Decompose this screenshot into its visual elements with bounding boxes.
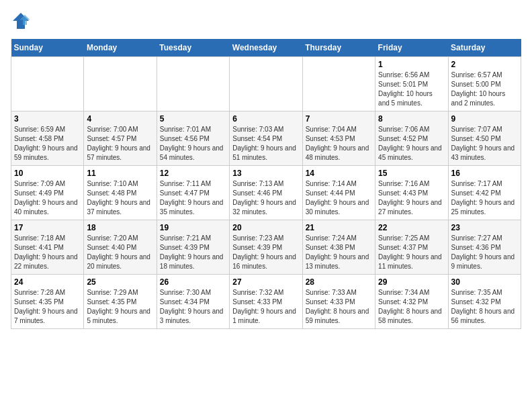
calendar-cell: 11Sunrise: 7:10 AMSunset: 4:48 PMDayligh… (84, 166, 157, 220)
day-info: Sunrise: 7:03 AMSunset: 4:54 PMDaylight:… (232, 125, 299, 163)
calendar-cell: 27Sunrise: 7:32 AMSunset: 4:33 PMDayligh… (230, 275, 302, 329)
weekday-header: Friday (375, 39, 448, 57)
weekday-header: Monday (84, 39, 157, 57)
weekday-header: Tuesday (157, 39, 229, 57)
day-info: Sunrise: 7:20 AMSunset: 4:40 PMDaylight:… (87, 234, 153, 271)
day-number: 6 (232, 114, 299, 124)
day-info: Sunrise: 7:21 AMSunset: 4:39 PMDaylight:… (160, 234, 226, 271)
day-info: Sunrise: 7:23 AMSunset: 4:39 PMDaylight:… (232, 234, 299, 271)
day-number: 19 (160, 223, 226, 232)
calendar-cell: 18Sunrise: 7:20 AMSunset: 4:40 PMDayligh… (84, 220, 157, 275)
day-info: Sunrise: 7:09 AMSunset: 4:49 PMDaylight:… (14, 179, 81, 217)
day-info: Sunrise: 7:13 AMSunset: 4:46 PMDaylight:… (232, 179, 299, 217)
day-info: Sunrise: 7:04 AMSunset: 4:53 PMDaylight:… (306, 125, 372, 163)
calendar-week-row: 10Sunrise: 7:09 AMSunset: 4:49 PMDayligh… (11, 166, 521, 220)
day-number: 21 (306, 223, 372, 232)
day-info: Sunrise: 7:29 AMSunset: 4:35 PMDaylight:… (87, 288, 153, 326)
calendar-cell: 21Sunrise: 7:24 AMSunset: 4:38 PMDayligh… (302, 220, 375, 275)
weekday-header: Thursday (302, 39, 375, 57)
day-number: 4 (87, 114, 153, 124)
calendar-cell: 22Sunrise: 7:25 AMSunset: 4:37 PMDayligh… (375, 220, 448, 275)
day-info: Sunrise: 7:14 AMSunset: 4:44 PMDaylight:… (306, 179, 372, 217)
day-number: 13 (232, 169, 299, 178)
day-info: Sunrise: 7:00 AMSunset: 4:57 PMDaylight:… (87, 125, 153, 163)
calendar-cell: 5Sunrise: 7:01 AMSunset: 4:56 PMDaylight… (157, 111, 229, 166)
calendar-cell: 26Sunrise: 7:30 AMSunset: 4:34 PMDayligh… (157, 275, 229, 329)
day-info: Sunrise: 7:25 AMSunset: 4:37 PMDaylight:… (378, 234, 445, 271)
day-info: Sunrise: 7:32 AMSunset: 4:33 PMDaylight:… (232, 288, 299, 326)
calendar-cell: 29Sunrise: 7:34 AMSunset: 4:32 PMDayligh… (375, 275, 448, 329)
calendar-cell (230, 57, 302, 111)
logo-icon (11, 11, 31, 31)
day-info: Sunrise: 7:30 AMSunset: 4:34 PMDaylight:… (160, 288, 226, 326)
calendar-table: SundayMondayTuesdayWednesdayThursdayFrid… (11, 39, 521, 329)
day-number: 27 (232, 277, 299, 287)
day-number: 8 (378, 114, 445, 124)
day-info: Sunrise: 7:33 AMSunset: 4:33 PMDaylight:… (306, 288, 372, 326)
day-number: 18 (87, 223, 153, 232)
day-number: 16 (451, 169, 518, 178)
day-number: 14 (306, 169, 372, 178)
calendar-cell: 14Sunrise: 7:14 AMSunset: 4:44 PMDayligh… (302, 166, 375, 220)
day-number: 26 (160, 277, 226, 287)
calendar-cell: 20Sunrise: 7:23 AMSunset: 4:39 PMDayligh… (230, 220, 302, 275)
weekday-header: Saturday (448, 39, 521, 57)
day-number: 20 (232, 223, 299, 232)
calendar-cell: 12Sunrise: 7:11 AMSunset: 4:47 PMDayligh… (157, 166, 229, 220)
calendar-cell: 9Sunrise: 7:07 AMSunset: 4:50 PMDaylight… (448, 111, 521, 166)
weekday-header: Sunday (11, 39, 84, 57)
calendar-cell: 24Sunrise: 7:28 AMSunset: 4:35 PMDayligh… (11, 275, 84, 329)
day-number: 3 (14, 114, 81, 124)
calendar-cell (157, 57, 229, 111)
day-number: 25 (87, 277, 153, 287)
day-number: 30 (451, 277, 518, 287)
calendar-cell: 3Sunrise: 6:59 AMSunset: 4:58 PMDaylight… (11, 111, 84, 166)
day-number: 15 (378, 169, 445, 178)
calendar-cell: 17Sunrise: 7:18 AMSunset: 4:41 PMDayligh… (11, 220, 84, 275)
day-info: Sunrise: 6:59 AMSunset: 4:58 PMDaylight:… (14, 125, 81, 163)
day-info: Sunrise: 7:28 AMSunset: 4:35 PMDaylight:… (14, 288, 81, 326)
day-info: Sunrise: 7:11 AMSunset: 4:47 PMDaylight:… (160, 179, 226, 217)
calendar-cell: 8Sunrise: 7:06 AMSunset: 4:52 PMDaylight… (375, 111, 448, 166)
day-number: 11 (87, 169, 153, 178)
day-info: Sunrise: 7:34 AMSunset: 4:32 PMDaylight:… (378, 288, 445, 326)
day-number: 28 (306, 277, 372, 287)
day-number: 9 (451, 114, 518, 124)
weekday-header-row: SundayMondayTuesdayWednesdayThursdayFrid… (11, 39, 521, 57)
day-info: Sunrise: 7:18 AMSunset: 4:41 PMDaylight:… (14, 234, 81, 271)
logo (11, 11, 34, 31)
day-number: 5 (160, 114, 226, 124)
day-number: 10 (14, 169, 81, 178)
day-number: 24 (14, 277, 81, 287)
calendar-cell: 15Sunrise: 7:16 AMSunset: 4:43 PMDayligh… (375, 166, 448, 220)
day-number: 23 (451, 223, 518, 232)
calendar-cell: 7Sunrise: 7:04 AMSunset: 4:53 PMDaylight… (302, 111, 375, 166)
calendar-cell: 19Sunrise: 7:21 AMSunset: 4:39 PMDayligh… (157, 220, 229, 275)
calendar-week-row: 1Sunrise: 6:56 AMSunset: 5:01 PMDaylight… (11, 57, 521, 111)
calendar-cell: 6Sunrise: 7:03 AMSunset: 4:54 PMDaylight… (230, 111, 302, 166)
calendar-cell: 4Sunrise: 7:00 AMSunset: 4:57 PMDaylight… (84, 111, 157, 166)
calendar-cell (11, 57, 84, 111)
calendar-cell: 13Sunrise: 7:13 AMSunset: 4:46 PMDayligh… (230, 166, 302, 220)
calendar-cell: 25Sunrise: 7:29 AMSunset: 4:35 PMDayligh… (84, 275, 157, 329)
calendar-cell: 23Sunrise: 7:27 AMSunset: 4:36 PMDayligh… (448, 220, 521, 275)
day-number: 29 (378, 277, 445, 287)
calendar-cell: 1Sunrise: 6:56 AMSunset: 5:01 PMDaylight… (375, 57, 448, 111)
calendar-cell: 30Sunrise: 7:35 AMSunset: 4:32 PMDayligh… (448, 275, 521, 329)
day-info: Sunrise: 7:27 AMSunset: 4:36 PMDaylight:… (451, 234, 518, 271)
calendar-week-row: 24Sunrise: 7:28 AMSunset: 4:35 PMDayligh… (11, 275, 521, 329)
calendar-cell: 16Sunrise: 7:17 AMSunset: 4:42 PMDayligh… (448, 166, 521, 220)
weekday-header: Wednesday (230, 39, 302, 57)
day-number: 17 (14, 223, 81, 232)
day-info: Sunrise: 7:24 AMSunset: 4:38 PMDaylight:… (306, 234, 372, 271)
day-info: Sunrise: 7:16 AMSunset: 4:43 PMDaylight:… (378, 179, 445, 217)
day-number: 1 (378, 60, 445, 69)
day-number: 22 (378, 223, 445, 232)
calendar-cell: 28Sunrise: 7:33 AMSunset: 4:33 PMDayligh… (302, 275, 375, 329)
day-info: Sunrise: 7:06 AMSunset: 4:52 PMDaylight:… (378, 125, 445, 163)
day-info: Sunrise: 7:07 AMSunset: 4:50 PMDaylight:… (451, 125, 518, 163)
day-info: Sunrise: 7:35 AMSunset: 4:32 PMDaylight:… (451, 288, 518, 326)
day-number: 7 (306, 114, 372, 124)
day-info: Sunrise: 6:57 AMSunset: 5:00 PMDaylight:… (451, 71, 518, 108)
day-number: 12 (160, 169, 226, 178)
